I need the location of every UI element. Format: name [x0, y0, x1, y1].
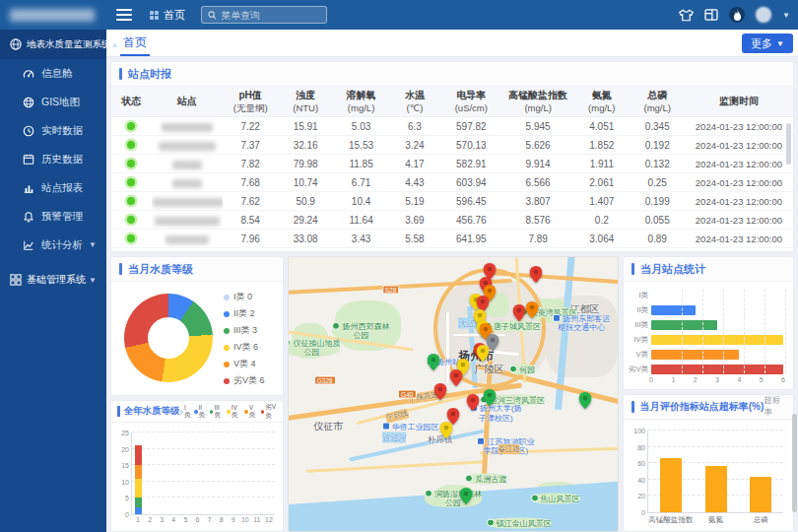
stacked-bar[interactable]	[230, 432, 236, 514]
map-pin-green[interactable]	[483, 389, 496, 408]
legend-item[interactable]: III类	[210, 403, 224, 421]
stacked-bar[interactable]	[170, 432, 177, 514]
legend-item[interactable]: IV类	[227, 403, 241, 421]
flame-badge-icon[interactable]	[729, 7, 745, 23]
chevron-down-icon: ▼	[89, 240, 97, 249]
stacked-bar[interactable]	[265, 432, 272, 514]
table-row[interactable]: 7.6810.746.714.43603.946.5662.0610.25202…	[111, 173, 793, 192]
legend-item[interactable]: V类 4	[224, 356, 265, 372]
stacked-bar[interactable]	[206, 432, 213, 514]
map-pin-green[interactable]	[578, 392, 591, 411]
sidebar-item-预警管理[interactable]: 预警管理	[0, 202, 106, 231]
menu-search[interactable]	[201, 6, 327, 24]
chart-legend: I类II类III类IV类V类劣V类	[180, 403, 280, 421]
legend-label: III类	[214, 404, 224, 420]
legend-item[interactable]: III类 3	[224, 322, 265, 339]
history-icon	[22, 153, 34, 166]
stacked-bar[interactable]	[218, 432, 225, 514]
bar-氨氮[interactable]	[705, 466, 727, 512]
tab-home[interactable]: 首页	[120, 30, 150, 56]
hamburger-menu-icon[interactable]	[116, 9, 132, 21]
legend-item[interactable]: 劣V类	[261, 403, 280, 421]
legend-item[interactable]: II类	[194, 403, 207, 421]
map-pin-green[interactable]	[427, 354, 439, 372]
stacked-bar[interactable]	[253, 432, 260, 514]
page-scrollbar[interactable]	[792, 414, 797, 512]
value-cell: 15.91	[279, 117, 333, 136]
chevron-down-icon[interactable]: ▼	[782, 11, 790, 20]
hbar-track	[651, 317, 783, 332]
map-pin-red[interactable]	[450, 369, 463, 388]
map-pin-yellow[interactable]	[440, 422, 453, 440]
hbar-bar-II类[interactable]	[651, 305, 696, 315]
stacked-bar[interactable]	[135, 432, 142, 514]
value-cell: 8.576	[502, 211, 573, 230]
value-cell: 603.94	[439, 173, 502, 192]
table-row[interactable]: 7.6250.910.45.19596.453.8071.4070.199202…	[111, 192, 793, 211]
y-category-label: IV类	[624, 335, 651, 345]
bar-总磷[interactable]	[750, 477, 771, 512]
table-row[interactable]: 7.9633.083.435.58641.957.893.0640.892024…	[111, 230, 793, 248]
legend-item[interactable]: V类	[244, 403, 258, 421]
value-cell: 0.25	[631, 173, 685, 192]
stacked-bar[interactable]	[241, 432, 248, 514]
map-pin-red[interactable]	[467, 394, 480, 413]
value-cell: 6.71	[333, 173, 389, 192]
hbar-bar-III类[interactable]	[651, 320, 717, 330]
sidebar-item-历史数据[interactable]: 历史数据	[0, 145, 106, 173]
table-row[interactable]: 8.5429.2411.643.69456.768.5760.20.055202…	[111, 211, 793, 230]
legend-swatch	[224, 345, 230, 351]
map-pin-yellow[interactable]	[477, 345, 490, 364]
hbar-bar-IV类[interactable]	[651, 335, 783, 345]
sidebar-item-实时数据[interactable]: 实时数据	[0, 116, 106, 145]
stacked-bar[interactable]	[194, 432, 201, 514]
value-cell: 7.62	[223, 192, 279, 211]
table-scrollbar[interactable]	[786, 123, 791, 165]
legend-item[interactable]: I类	[180, 403, 192, 421]
status-dot-normal	[127, 141, 135, 149]
user-avatar[interactable]	[756, 7, 771, 23]
sidebar-item-站点报表[interactable]: 站点报表	[0, 173, 106, 202]
map[interactable]: 扬州市江都区仪征市广陵区朴席镇扬州西郊森林公园仪征捺山地质公园茱萸湾风景区唐子城…	[288, 256, 619, 532]
monitor-time-cell: 2024-01-23 12:00:00	[685, 155, 793, 173]
map-pin-red[interactable]	[512, 304, 525, 323]
sidebar-item-信息舱[interactable]: 信息舱	[0, 59, 106, 88]
breadcrumb[interactable]: 首页	[150, 8, 185, 23]
gridline	[785, 289, 786, 373]
donut-chart: I类 0II类 2III类 3IV类 6V类 4劣V类 6	[111, 282, 283, 396]
chart-legend-label[interactable]: 超标率	[764, 395, 787, 419]
legend-swatch	[227, 410, 230, 414]
legend-item[interactable]: IV类 6	[224, 339, 265, 356]
stacked-bar[interactable]	[159, 432, 166, 514]
table-row[interactable]: 7.3732.1615.533.24570.135.6261.8520.1922…	[111, 136, 793, 155]
sidebar-item-GIS地图[interactable]: GIS地图	[0, 88, 106, 116]
hbar-bar-劣V类[interactable]	[651, 365, 783, 374]
map-pin-orange[interactable]	[526, 301, 539, 320]
theme-shirt-icon[interactable]	[679, 9, 694, 22]
legend-item[interactable]: II类 2	[224, 305, 265, 322]
more-button[interactable]: 更多 ▼	[742, 33, 793, 53]
map-pin-red[interactable]	[529, 266, 542, 285]
stacked-bar[interactable]	[182, 432, 189, 514]
table-row[interactable]: 7.2215.915.036.3597.825.9454.0510.345202…	[111, 117, 793, 136]
sidebar-item-统计分析[interactable]: 统计分析▼	[0, 231, 106, 259]
bar-高锰酸盐指数[interactable]	[660, 458, 682, 512]
search-input[interactable]	[221, 10, 320, 21]
value-cell: 15.53	[333, 136, 389, 155]
map-pin-green[interactable]	[460, 488, 473, 506]
layout-icon[interactable]	[704, 9, 718, 21]
hbar-bar-V类[interactable]	[651, 350, 739, 360]
chevron-down-icon: ▼	[89, 276, 97, 285]
value-cell: 596.45	[439, 192, 502, 211]
sidebar-root-water-system[interactable]: 地表水质量监测系统 ▲	[0, 30, 106, 59]
sidebar-root-base-system[interactable]: 基础管理系统 ▼	[0, 265, 106, 295]
value-cell: 456.76	[439, 211, 502, 230]
map-pin-red[interactable]	[433, 383, 446, 402]
legend-item[interactable]: 劣V类 6	[224, 372, 265, 389]
table-row[interactable]: 7.8279.9811.854.17582.919.9141.9110.1322…	[111, 155, 793, 173]
stacked-bar[interactable]	[147, 432, 154, 514]
value-cell: 0.055	[631, 211, 685, 230]
app-logo	[10, 9, 95, 22]
legend-item[interactable]: I类 0	[224, 289, 265, 305]
accent-bar	[119, 263, 122, 275]
